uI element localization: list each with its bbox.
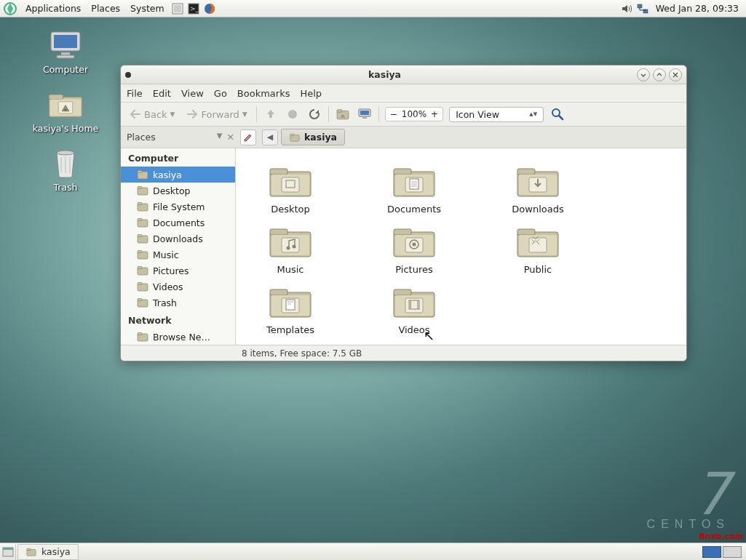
file-downloads[interactable]: Downloads xyxy=(491,161,585,215)
dropdown-arrows-icon: ▲▼ xyxy=(529,112,537,117)
bottom-panel: kasiya xyxy=(0,543,746,560)
folder-icon xyxy=(391,161,437,199)
file-music[interactable]: Music xyxy=(243,222,338,275)
path-up-button[interactable]: ◀ xyxy=(262,129,278,145)
panel-launcher-file-manager-icon[interactable] xyxy=(171,2,184,15)
svg-point-30 xyxy=(413,243,416,247)
back-button[interactable]: Back ▼ xyxy=(127,108,178,121)
zoom-out-icon[interactable]: − xyxy=(390,109,397,119)
status-bar: 8 items, Free space: 7.5 GB xyxy=(121,345,686,361)
workspace-1[interactable] xyxy=(702,546,721,558)
icon-view[interactable]: DesktopDocumentsDownloadsMusicPicturesPu… xyxy=(236,148,686,345)
file-pictures[interactable]: Pictures xyxy=(367,222,461,275)
desktop-icon-trash[interactable]: Trash xyxy=(22,147,109,193)
svg-text:>_: >_ xyxy=(190,5,199,12)
folder-icon xyxy=(515,222,561,260)
window-icon xyxy=(125,72,131,78)
svg-point-33 xyxy=(410,302,411,303)
folder-icon xyxy=(267,282,314,320)
svg-rect-8 xyxy=(174,5,181,12)
panel-menu-system[interactable]: System xyxy=(125,0,170,17)
file-videos[interactable]: Videos xyxy=(367,282,461,335)
sidebar-close-icon[interactable]: ✕ xyxy=(227,132,234,143)
sidebar-item-kasiya[interactable]: kasiya xyxy=(121,167,235,183)
reload-button[interactable] xyxy=(306,106,322,122)
sidebar-item-desktop[interactable]: Desktop xyxy=(121,183,235,199)
sidebar-heading: Network xyxy=(121,311,235,329)
menu-bookmarks[interactable]: Bookmarks xyxy=(237,88,290,99)
places-sidebar: ComputerkasiyaDesktopFile SystemDocument… xyxy=(121,148,236,345)
panel-menu-places[interactable]: Places xyxy=(86,0,125,17)
desktop-icons: Computer kasiya's Home Trash xyxy=(22,29,109,206)
home-icon xyxy=(137,169,148,180)
window-minimize-button[interactable] xyxy=(637,68,650,81)
home-button[interactable] xyxy=(335,106,351,122)
sidebar-dropdown-icon[interactable]: ▼ xyxy=(217,132,223,143)
zoom-control[interactable]: − 100% + xyxy=(385,107,443,121)
sidebar-item-downloads[interactable]: Downloads xyxy=(121,231,235,247)
svg-rect-23 xyxy=(362,117,367,119)
up-button[interactable] xyxy=(263,106,279,122)
file-desktop[interactable]: Desktop xyxy=(243,161,338,215)
desktop-icon-home[interactable]: kasiya's Home xyxy=(22,88,109,134)
panel-launcher-firefox-icon[interactable] xyxy=(203,2,216,15)
file-documents[interactable]: Documents xyxy=(367,161,461,215)
centos-brand: 7 CENTOS xyxy=(647,471,730,531)
folder-icon xyxy=(137,217,148,228)
sidebar-item-file-system[interactable]: File System xyxy=(121,199,235,215)
svg-rect-22 xyxy=(360,111,369,115)
window-maximize-button[interactable] xyxy=(653,68,666,81)
sidebar-item-pictures[interactable]: Pictures xyxy=(121,263,235,279)
network-icon xyxy=(137,331,148,343)
zoom-in-icon[interactable]: + xyxy=(431,109,438,119)
sidebar-item-documents[interactable]: Documents xyxy=(121,215,235,231)
folder-icon xyxy=(137,233,148,244)
file-manager-window: kasiya File Edit View Go Bookmarks Help … xyxy=(120,65,687,361)
svg-rect-18 xyxy=(64,109,66,111)
search-button[interactable] xyxy=(549,106,566,122)
computer-button[interactable] xyxy=(357,106,373,122)
folder-icon xyxy=(267,161,314,199)
sidebar-heading: Computer xyxy=(121,148,235,167)
workspace-2[interactable] xyxy=(723,546,742,558)
sidebar-item-music[interactable]: Music xyxy=(121,247,235,263)
edit-path-button[interactable] xyxy=(240,129,256,145)
volume-icon[interactable] xyxy=(620,2,633,15)
sidebar-item-trash[interactable]: Trash xyxy=(121,295,235,311)
menu-edit[interactable]: Edit xyxy=(153,88,171,99)
svg-rect-17 xyxy=(57,55,74,58)
panel-menu-applications[interactable]: Applications xyxy=(20,0,86,17)
show-desktop-button[interactable] xyxy=(0,544,16,560)
menu-file[interactable]: File xyxy=(127,88,143,99)
watermark: Bnxb.com xyxy=(699,532,743,541)
taskbar-window-button[interactable]: kasiya xyxy=(17,544,79,560)
svg-rect-16 xyxy=(61,52,70,55)
menu-view[interactable]: View xyxy=(181,88,204,99)
folder-icon xyxy=(391,282,437,320)
forward-button[interactable]: Forward ▼ xyxy=(183,108,250,121)
panel-clock[interactable]: Wed Jan 28, 09:33 xyxy=(651,0,746,17)
svg-point-34 xyxy=(410,304,411,305)
svg-point-35 xyxy=(410,306,411,308)
folder-icon xyxy=(137,265,148,276)
folder-icon xyxy=(391,222,437,260)
view-mode-select[interactable]: Icon View ▲▼ xyxy=(449,107,544,122)
window-title: kasiya xyxy=(135,69,634,80)
panel-launcher-terminal-icon[interactable]: >_ xyxy=(187,2,200,15)
file-public[interactable]: Public xyxy=(491,222,585,275)
menu-go[interactable]: Go xyxy=(214,88,227,99)
workspace-switcher[interactable] xyxy=(702,546,746,558)
stop-button[interactable] xyxy=(285,106,301,122)
network-icon[interactable] xyxy=(636,2,649,15)
window-titlebar[interactable]: kasiya xyxy=(121,65,686,84)
path-crumb-home[interactable]: kasiya xyxy=(281,129,345,145)
file-templates[interactable]: Templates xyxy=(243,282,338,335)
folder-icon xyxy=(137,249,148,260)
desktop-icon-computer[interactable]: Computer xyxy=(22,29,109,75)
menubar: File Edit View Go Bookmarks Help xyxy=(121,84,686,102)
window-close-button[interactable] xyxy=(669,68,682,81)
menu-help[interactable]: Help xyxy=(300,88,322,99)
sidebar-item-videos[interactable]: Videos xyxy=(121,279,235,295)
sidebar-item-browse-ne-[interactable]: Browse Ne… xyxy=(121,329,235,345)
svg-point-19 xyxy=(57,151,74,155)
